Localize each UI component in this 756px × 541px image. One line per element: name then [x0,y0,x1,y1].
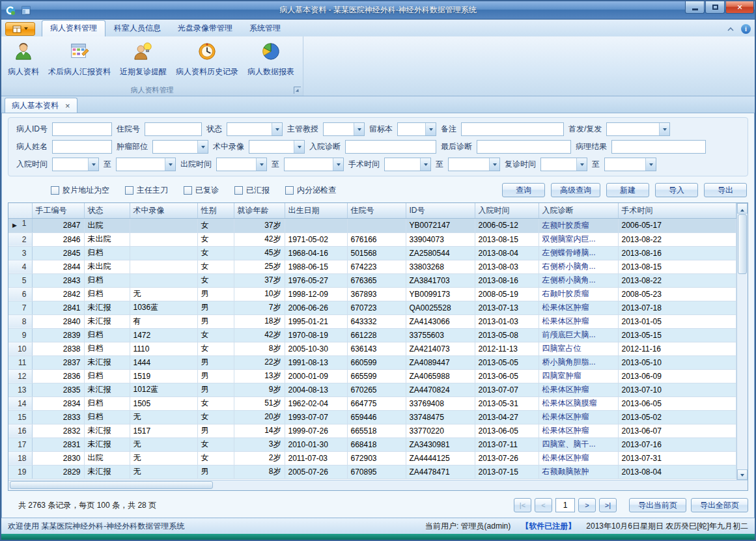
page-number-input[interactable]: 1 [555,498,575,512]
table-row[interactable]: 182830出院无女2岁2011-07-03672903ZA4444125201… [8,451,736,465]
grid-cell[interactable]: 670723 [347,301,406,314]
grid-cell[interactable]: 女 [197,273,234,287]
grid-cell[interactable]: ZA4065988 [406,369,475,383]
filter-combo-input-revisit_from[interactable] [541,158,576,171]
column-header-col-age[interactable]: 就诊年龄 [234,203,285,218]
grid-cell[interactable]: 2835 [32,383,84,396]
filter-input-admission_diag[interactable] [345,140,436,154]
grid-cell[interactable]: ZA4214073 [406,342,475,355]
dropdown-arrow-icon[interactable] [420,158,430,171]
grid-cell[interactable]: 2840 [32,314,84,328]
vertical-scrollbar[interactable] [736,203,748,480]
dropdown-arrow-icon[interactable] [88,158,98,171]
tab-close-icon[interactable]: × [65,102,70,110]
filter-combo-input-specimen[interactable] [398,123,425,135]
tab-system-management[interactable]: 系统管理 [241,20,289,36]
filter-combo-input-professor[interactable] [324,123,354,135]
grid-cell[interactable]: 668418 [347,437,406,451]
grid-cell[interactable]: 42岁 [234,328,285,342]
grid-cell[interactable]: 2013-04-27 [475,410,539,424]
dropdown-arrow-icon[interactable] [659,123,669,135]
grid-cell[interactable]: 2013-08-15 [618,260,736,273]
filter-combo-professor[interactable] [323,122,365,136]
checkbox-revisited[interactable]: 已复诊 [184,185,219,196]
grid-cell[interactable]: 男 [197,287,234,301]
grid-cell[interactable]: 左额叶胶质瘤 [539,218,618,232]
grid-cell[interactable]: 女 [197,260,234,273]
grid-cell[interactable]: 男 [197,301,234,314]
grid-cell[interactable]: 2829 [32,465,84,479]
grid-cell[interactable]: 松果体区脑膜瘤 [539,396,618,410]
grid-cell[interactable]: 2006-05-17 [618,218,736,232]
filter-input-patient_id[interactable] [52,122,112,136]
checkbox-reported[interactable]: 已汇报 [234,185,270,196]
table-row[interactable]: 22846未出院女42岁1971-05-02676166339040732013… [8,232,736,246]
grid-cell[interactable]: 未汇报 [84,424,130,437]
filter-input-final_diag[interactable] [477,140,571,154]
grid-cell[interactable]: ZA4470824 [406,383,475,396]
filter-combo-revisit_from[interactable] [540,158,587,171]
grid-cell[interactable]: 2832 [32,424,84,437]
grid-cell[interactable]: 未汇报 [84,437,130,451]
table-row[interactable]: 162832未汇报1517男14岁1999-07-266655183377022… [8,424,736,437]
maximize-button[interactable] [705,1,725,14]
grid-cell[interactable]: 无 [130,465,197,479]
grid-cell[interactable]: 女 [197,396,234,410]
grid-cell[interactable] [285,218,347,232]
dropdown-arrow-icon[interactable] [294,141,304,153]
table-row[interactable]: 72841未汇报1036蓝男7岁2006-06-26670723QA002552… [8,301,736,314]
grid-cell[interactable]: 未汇报 [84,355,130,369]
grid-cell[interactable]: 2012-11-16 [618,342,736,355]
table-row[interactable]: ▶12847出院女37岁YB00721472006-05-12左额叶胶质瘤200… [8,218,736,232]
grid-cell[interactable]: 676365 [347,273,406,287]
grid-cell[interactable]: 无 [130,451,197,465]
pager-first-button[interactable]: |< [514,498,531,512]
grid-cell[interactable]: 2013-08-22 [618,273,736,287]
column-header-col-surgery-date[interactable]: 手术时间 [618,203,736,218]
grid-cell[interactable]: 桥小脑角胆脂... [539,355,618,369]
grid-cell[interactable]: 2013-08-16 [475,273,539,287]
grid-cell[interactable]: 37岁 [234,273,285,287]
filter-combo-input-status[interactable] [227,123,272,135]
grid-cell[interactable]: 未出院 [84,232,130,246]
grid-cell[interactable]: 2013-08-22 [618,232,736,246]
grid-cell[interactable]: 左侧桥小脑角... [539,273,618,287]
grid-cell[interactable]: 2013-07-18 [618,301,736,314]
grid-cell[interactable]: 2845 [32,246,84,260]
grid-cell[interactable]: 女 [197,232,234,246]
filter-combo-discharge_to[interactable] [284,158,344,171]
postop-report-button[interactable]: 术后病人汇报资料 [44,38,115,85]
grid-cell[interactable]: 女 [197,451,234,465]
row-indicator[interactable]: 11 [8,355,32,369]
grid-cell[interactable]: 2013-06-05 [475,424,539,437]
grid-cell[interactable]: 2013-07-07 [475,383,539,396]
row-indicator[interactable]: 6 [8,287,32,301]
grid-cell[interactable]: 2843 [32,273,84,287]
filter-combo-specimen[interactable] [397,122,436,136]
patient-info-button[interactable]: 病人资料 [4,38,43,85]
filter-combo-input-admit_from[interactable] [53,158,88,171]
grid-cell[interactable]: 664775 [347,396,406,410]
filter-combo-input-revisit_to[interactable] [605,158,645,171]
row-indicator[interactable]: 19 [8,465,32,479]
grid-cell[interactable]: 无 [130,410,197,424]
grid-cell[interactable]: ZA4478471 [406,465,475,479]
grid-cell[interactable]: 9岁 [234,383,285,396]
grid-cell[interactable]: 1988-06-15 [285,260,347,273]
grid-cell[interactable]: 无 [130,287,197,301]
grid-cell[interactable]: 2837 [32,355,84,369]
dropdown-arrow-icon[interactable] [576,158,587,171]
filter-input-remark[interactable] [461,122,564,136]
checkbox-box[interactable] [125,186,133,195]
horizontal-scroll-thumb[interactable] [10,481,213,489]
grid-cell[interactable]: 松果体区肿瘤 [539,410,618,424]
grid-cell[interactable]: 松果体区肿瘤 [539,301,618,314]
grid-cell[interactable]: 未汇报 [84,465,130,479]
checkbox-chief-surgeon[interactable]: 主任主刀 [125,185,168,196]
grid-cell[interactable]: 8岁 [234,465,285,479]
grid-cell[interactable]: 女 [197,218,234,232]
grid-cell[interactable]: 有 [130,314,197,328]
filter-combo-input-surgery_from[interactable] [385,158,420,171]
grid-cell[interactable]: 8岁 [234,342,285,355]
grid-cell[interactable]: 2013-07-10 [618,383,736,396]
